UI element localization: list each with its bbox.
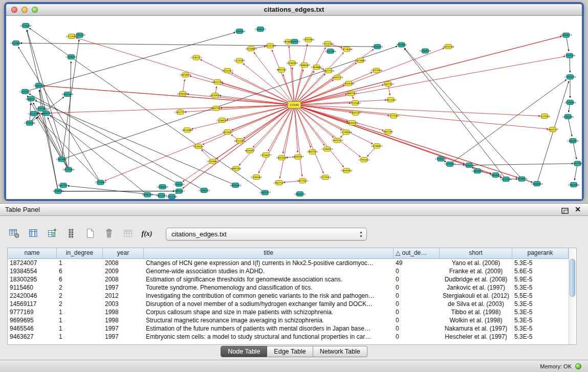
table-cell[interactable]: 9777169 (8, 308, 57, 316)
table-cell[interactable]: 5.3E-5 (512, 324, 569, 333)
column-header-in_degree[interactable]: in_degree (57, 248, 103, 258)
table-row[interactable]: 946362711997Embryonic stem cells: a mode… (8, 333, 576, 341)
table-cell[interactable]: Changes of HCN gene expression and I(f) … (144, 259, 394, 267)
table-cell[interactable]: 1 (57, 324, 103, 333)
vertical-scrollbar[interactable] (569, 248, 576, 344)
column-header-year[interactable]: year (103, 248, 144, 258)
table-row[interactable]: 977716911998Corpus callosum shape and si… (8, 308, 576, 316)
network-table-selector[interactable]: citations_edges.txt ▲ ▼ (166, 228, 367, 240)
table-cell[interactable]: 9699695 (8, 316, 57, 324)
table-cell[interactable]: 2003 (103, 300, 144, 308)
table-cell[interactable]: Disruption of a novel member of a sodium… (144, 300, 394, 308)
table-cell[interactable]: 9465546 (8, 324, 57, 333)
window-zoom-button[interactable] (32, 7, 38, 13)
table-cell[interactable]: Hescheler et al. (1997) (440, 333, 512, 341)
table-cell[interactable]: Estimation of the future numbers of pati… (144, 324, 394, 333)
table-row[interactable]: 1456911722003Disruption of a novel membe… (8, 300, 576, 308)
table-row[interactable]: 969969511998Structural magnetic resonanc… (8, 316, 576, 324)
table-cell[interactable]: 0 (394, 333, 440, 341)
tab-edge-table[interactable]: Edge Table (267, 346, 313, 357)
table-cell[interactable]: 6 (57, 267, 103, 275)
table-cell[interactable]: 2008 (103, 259, 144, 267)
table-cell[interactable]: 5.3E-5 (512, 333, 569, 341)
network-window-titlebar[interactable]: citations_edges.txt (6, 4, 582, 16)
table-cell[interactable]: 5.3E-5 (512, 308, 569, 316)
table-cell[interactable]: Franke et al. (2009) (440, 267, 512, 275)
table-row[interactable]: 1830029562008Estimation of significance … (8, 275, 576, 283)
scrollbar-thumb[interactable] (570, 259, 575, 297)
table-cell[interactable]: 5.3E-5 (512, 300, 569, 308)
table-cell[interactable]: 5.9E-5 (512, 275, 569, 283)
network-view[interactable]: 9991332201844591548834712838802206771531… (6, 16, 582, 199)
table-cell[interactable]: Yano et al. (2008) (440, 259, 512, 267)
row-details-button[interactable] (64, 227, 78, 241)
table-cell[interactable]: 0 (394, 308, 440, 316)
table-cell[interactable]: 1 (57, 308, 103, 316)
table-cell[interactable]: Nakamura et al. (1997) (440, 324, 512, 333)
table-cell[interactable]: 2 (57, 292, 103, 300)
table-row[interactable]: 946554611997Estimation of the future num… (8, 324, 576, 333)
table-cell[interactable]: 5.5E-5 (512, 292, 569, 300)
table-cell[interactable]: 18724007 (8, 259, 57, 267)
column-header-short[interactable]: short (440, 248, 512, 258)
network-graph[interactable]: 9991332201844591548834712838802206771531… (6, 16, 582, 199)
table-cell[interactable]: 2008 (103, 275, 144, 283)
tab-node-table[interactable]: Node Table (221, 346, 267, 357)
table-cell[interactable]: 1998 (103, 308, 144, 316)
table-cell[interactable]: 49 (394, 259, 440, 267)
table-row[interactable]: 911546021997Tourette syndrome. Phenomeno… (8, 283, 576, 292)
table-cell[interactable]: 9463627 (8, 333, 57, 341)
table-cell[interactable]: 2 (57, 300, 103, 308)
show-columns-button[interactable] (26, 227, 40, 241)
table-cell[interactable]: Investigating the contribution of common… (144, 292, 394, 300)
table-cell[interactable]: 1997 (103, 283, 144, 292)
table-cell[interactable]: 1 (57, 259, 103, 267)
table-cell[interactable]: 0 (394, 300, 440, 308)
table-row[interactable]: 1872400712008Changes of HCN gene express… (8, 259, 576, 267)
table-row[interactable]: 2242004622012Investigating the contribut… (8, 292, 576, 300)
column-header-out_de[interactable]: △ out_de… (394, 248, 440, 258)
table-cell[interactable]: 2009 (103, 267, 144, 275)
column-header-title[interactable]: title (144, 248, 394, 258)
table-cell[interactable]: 1998 (103, 316, 144, 324)
tab-network-table[interactable]: Network Table (313, 346, 367, 357)
table-cell[interactable]: Tourette syndrome. Phenomenology and cla… (144, 283, 394, 292)
window-close-button[interactable] (11, 7, 17, 13)
table-cell[interactable]: Stergiakouli et al. (2012) (440, 292, 512, 300)
table-cell[interactable]: Jankovic et al. (1997) (440, 283, 512, 292)
table-cell[interactable]: 0 (394, 316, 440, 324)
table-mode-button[interactable] (7, 227, 21, 241)
table-cell[interactable]: Structural magnetic resonance image aver… (144, 316, 394, 324)
column-header-name[interactable]: name (8, 248, 57, 258)
table-row[interactable]: 1938455462009Genome-wide association stu… (8, 267, 576, 275)
table-cell[interactable]: 1 (57, 333, 103, 341)
table-cell[interactable]: 2012 (103, 292, 144, 300)
table-cell[interactable]: 22420046 (8, 292, 57, 300)
close-panel-icon[interactable]: ✕ (575, 205, 581, 213)
table-cell[interactable]: Corpus callosum shape and size in male p… (144, 308, 394, 316)
window-minimize-button[interactable] (21, 7, 28, 13)
table-cell[interactable]: 6 (57, 275, 103, 283)
table-cell[interactable]: Embryonic stem cells: a model to study s… (144, 333, 394, 341)
delete-column-button[interactable] (102, 227, 116, 241)
table-cell[interactable]: 5.3E-5 (512, 316, 569, 324)
table-cell[interactable]: 0 (394, 275, 440, 283)
table-cell[interactable]: 1 (57, 316, 103, 324)
float-panel-icon[interactable] (561, 207, 569, 216)
network-window[interactable]: citations_edges.txt 99913322018445915488… (4, 2, 584, 201)
table-cell[interactable]: Dudbridge et al. (2008) (440, 275, 512, 283)
table-cell[interactable]: Wolkin et al. (1998) (440, 316, 512, 324)
table-cell[interactable]: Tibbo et al. (1998) (440, 308, 512, 316)
table-cell[interactable]: 18300295 (8, 275, 57, 283)
table-cell[interactable]: 1997 (103, 333, 144, 341)
table-cell[interactable]: 0 (394, 324, 440, 333)
table-cell[interactable]: 9115460 (8, 283, 57, 292)
table-cell[interactable]: 5.3E-5 (512, 283, 569, 292)
table-import-button[interactable] (121, 227, 135, 241)
table-cell[interactable]: 5.6E-5 (512, 267, 569, 275)
table-cell[interactable]: 1997 (103, 324, 144, 333)
column-header-pagerank[interactable]: pagerank (512, 248, 569, 258)
table-cell[interactable]: 2 (57, 283, 103, 292)
table-cell[interactable]: de Silva et al. (2003) (440, 300, 512, 308)
table-cell[interactable]: Genome-wide association studies in ADHD. (144, 267, 394, 275)
